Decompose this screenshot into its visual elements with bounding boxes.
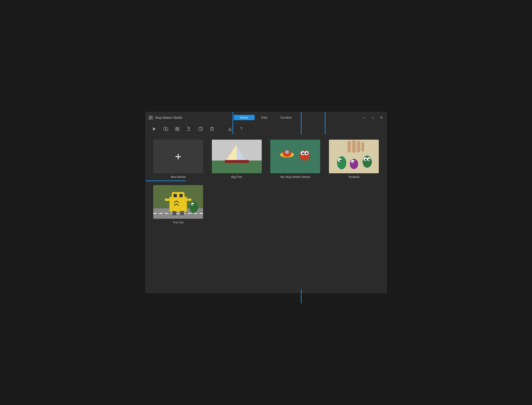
svg-rect-34 — [347, 141, 351, 152]
svg-point-48 — [368, 159, 370, 161]
movie-item-thecar[interactable]: The Car — [151, 185, 205, 224]
svg-point-62 — [193, 204, 194, 205]
svg-point-29 — [306, 152, 308, 154]
tentacle-thumbnail[interactable] — [329, 140, 379, 173]
svg-rect-11 — [211, 128, 213, 131]
app-window: Stop Motion Studio Name Date Duration — … — [146, 112, 387, 293]
svg-point-60 — [190, 201, 198, 213]
sort-date-button[interactable]: Date — [255, 115, 274, 120]
minimize-button[interactable]: — — [362, 116, 367, 120]
app-title: Stop Motion Studio — [155, 116, 182, 120]
svg-rect-6 — [176, 129, 179, 131]
svg-point-28 — [302, 152, 304, 154]
import-button[interactable] — [162, 125, 169, 133]
svg-rect-10 — [199, 128, 201, 131]
svg-rect-59 — [180, 211, 184, 215]
svg-rect-54 — [174, 194, 177, 197]
save-button[interactable] — [174, 125, 181, 133]
help-button[interactable]: ? — [238, 125, 245, 133]
svg-rect-20 — [225, 160, 249, 163]
svg-rect-35 — [352, 140, 356, 153]
add-icon: + — [175, 151, 181, 162]
sort-duration-button[interactable]: Duration — [274, 115, 298, 120]
movie-item-tentacle[interactable]: Tentacle — [327, 140, 381, 179]
svg-point-38 — [337, 156, 346, 169]
svg-rect-55 — [180, 194, 183, 197]
movie-item-bigfish[interactable]: Big Fish — [210, 140, 264, 179]
toolbar: ? — [146, 123, 386, 135]
new-movie-thumbnail[interactable]: + — [153, 140, 203, 173]
svg-point-24 — [285, 150, 289, 154]
svg-point-40 — [339, 160, 341, 162]
title-bar: Stop Motion Studio Name Date Duration — … — [146, 112, 386, 123]
thecar-label: The Car — [173, 221, 184, 224]
bigfish-label: Big Fish — [231, 175, 242, 179]
svg-rect-21 — [270, 140, 320, 173]
sort-controls: Name Date Duration — [234, 115, 298, 120]
content-area: + New Movie — [146, 135, 386, 293]
movie-item-stopmotion[interactable]: My Stop Motion Movie — [268, 140, 322, 179]
close-button[interactable]: ✕ — [379, 116, 384, 120]
new-movie-label: New Movie — [171, 175, 186, 179]
svg-point-43 — [352, 161, 354, 163]
window-controls: — □ ✕ — [362, 116, 384, 120]
svg-rect-37 — [361, 142, 364, 152]
sort-name-button[interactable]: Name — [234, 115, 255, 120]
svg-rect-2 — [166, 128, 168, 131]
svg-rect-57 — [187, 199, 192, 201]
svg-rect-5 — [176, 127, 178, 128]
tentacle-label: Tentacle — [348, 175, 359, 179]
movie-item-new[interactable]: + New Movie — [151, 140, 205, 179]
stopmotion-thumbnail[interactable] — [270, 140, 320, 173]
bigfish-thumbnail[interactable] — [212, 140, 262, 173]
upload-button[interactable] — [185, 125, 193, 133]
copy-button[interactable] — [197, 125, 204, 133]
svg-rect-58 — [172, 211, 176, 215]
stopmotion-label: My Stop Motion Movie — [280, 175, 310, 179]
svg-point-46 — [365, 159, 367, 161]
svg-marker-0 — [153, 127, 156, 131]
menu-icon[interactable] — [149, 116, 153, 119]
thecar-thumbnail[interactable] — [153, 185, 203, 219]
toolbar-separator — [221, 126, 221, 132]
movie-grid: + New Movie — [151, 140, 381, 224]
play-button[interactable] — [150, 125, 158, 133]
svg-point-44 — [363, 156, 372, 168]
svg-rect-56 — [165, 199, 169, 201]
maximize-button[interactable]: □ — [371, 116, 375, 120]
delete-button[interactable] — [208, 125, 216, 133]
svg-rect-36 — [357, 141, 360, 152]
